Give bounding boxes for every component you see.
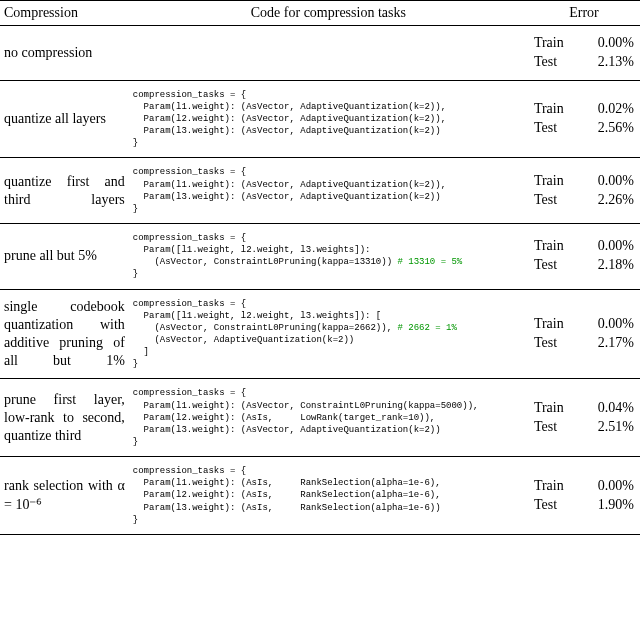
- error-cell: Train0.02%Test2.56%: [528, 80, 640, 158]
- compression-table: Compression Code for compression tasks E…: [0, 0, 640, 535]
- code-cell: compression_tasks = { Param([l1.weight, …: [129, 224, 528, 290]
- test-label: Test: [532, 496, 580, 515]
- code-line: compression_tasks = {: [133, 233, 246, 243]
- code-line: Param(l1.weight): (AsVector, ConstraintL…: [133, 401, 479, 411]
- test-value: 2.13%: [579, 53, 636, 72]
- code-cell: compression_tasks = { Param(l1.weight): …: [129, 158, 528, 224]
- compression-label: rank selection with α = 10⁻⁶: [0, 457, 129, 535]
- code-cell: compression_tasks = { Param(l1.weight): …: [129, 80, 528, 158]
- table-row: quantize first and third layerscompressi…: [0, 158, 640, 224]
- code-line: Param(l3.weight): (AsVector, AdaptiveQua…: [133, 425, 441, 435]
- train-label: Train: [532, 315, 580, 334]
- error-cell: Train0.00%Test2.13%: [528, 26, 640, 81]
- code-line: }: [133, 359, 138, 369]
- test-label: Test: [532, 119, 580, 138]
- train-value: 0.02%: [579, 100, 636, 119]
- train-value: 0.00%: [579, 172, 636, 191]
- code-block: compression_tasks = { Param(l1.weight): …: [133, 89, 524, 150]
- compression-label: quantize first and third layers: [0, 158, 129, 224]
- code-line: Param(l3.weight): (AsVector, AdaptiveQua…: [133, 192, 441, 202]
- train-value: 0.00%: [579, 315, 636, 334]
- code-cell: compression_tasks = { Param(l1.weight): …: [129, 457, 528, 535]
- code-line: Param(l1.weight): (AsVector, AdaptiveQua…: [133, 102, 446, 112]
- code-line: Param([l1.weight, l2.weight, l3.weights]…: [133, 245, 371, 255]
- code-block: compression_tasks = { Param([l1.weight, …: [133, 298, 524, 371]
- code-line: compression_tasks = {: [133, 167, 246, 177]
- train-value: 0.00%: [579, 477, 636, 496]
- train-value: 0.00%: [579, 34, 636, 53]
- test-label: Test: [532, 256, 580, 275]
- header-error: Error: [528, 1, 640, 26]
- code-line: (AsVector, ConstraintL0Pruning(kappa=266…: [133, 323, 392, 333]
- compression-label: quantize all layers: [0, 80, 129, 158]
- header-compression: Compression: [0, 1, 129, 26]
- test-value: 2.51%: [579, 418, 636, 437]
- code-line: }: [133, 269, 138, 279]
- train-label: Train: [532, 477, 580, 496]
- code-block: compression_tasks = { Param([l1.weight, …: [133, 232, 524, 281]
- code-line: }: [133, 437, 138, 447]
- table-row: quantize all layerscompression_tasks = {…: [0, 80, 640, 158]
- code-line: compression_tasks = {: [133, 299, 246, 309]
- test-value: 2.26%: [579, 191, 636, 210]
- code-line: Param(l2.weight): (AsIs, LowRank(target_…: [133, 413, 435, 423]
- test-label: Test: [532, 334, 580, 353]
- code-comment: # 13310 = 5%: [392, 257, 462, 267]
- compression-label: prune all but 5%: [0, 224, 129, 290]
- code-line: (AsVector, ConstraintL0Pruning(kappa=133…: [133, 257, 392, 267]
- code-cell: [129, 26, 528, 81]
- code-comment: # 2662 = 1%: [392, 323, 457, 333]
- table-row: prune first layer, low-rank to second, q…: [0, 379, 640, 457]
- train-label: Train: [532, 34, 580, 53]
- test-value: 2.17%: [579, 334, 636, 353]
- code-line: Param(l1.weight): (AsVector, AdaptiveQua…: [133, 180, 446, 190]
- train-value: 0.00%: [579, 237, 636, 256]
- error-cell: Train0.00%Test1.90%: [528, 457, 640, 535]
- compression-label: single codebook quantization with additi…: [0, 289, 129, 379]
- code-line: }: [133, 515, 138, 525]
- code-line: Param(l2.weight): (AsVector, AdaptiveQua…: [133, 114, 446, 124]
- test-value: 1.90%: [579, 496, 636, 515]
- code-line: compression_tasks = {: [133, 466, 246, 476]
- code-line: Param(l3.weight): (AsIs, RankSelection(a…: [133, 503, 441, 513]
- code-line: }: [133, 204, 138, 214]
- code-line: Param(l1.weight): (AsIs, RankSelection(a…: [133, 478, 441, 488]
- code-block: compression_tasks = { Param(l1.weight): …: [133, 166, 524, 215]
- code-line: Param([l1.weight, l2.weight, l3.weights]…: [133, 311, 381, 321]
- table-row: prune all but 5%compression_tasks = { Pa…: [0, 224, 640, 290]
- test-label: Test: [532, 53, 580, 72]
- code-line: ]: [133, 347, 149, 357]
- table-row: single codebook quantization with additi…: [0, 289, 640, 379]
- code-line: compression_tasks = {: [133, 388, 246, 398]
- train-label: Train: [532, 172, 580, 191]
- code-line: }: [133, 138, 138, 148]
- train-label: Train: [532, 100, 580, 119]
- train-label: Train: [532, 237, 580, 256]
- code-block: compression_tasks = { Param(l1.weight): …: [133, 387, 524, 448]
- train-value: 0.04%: [579, 399, 636, 418]
- test-label: Test: [532, 418, 580, 437]
- compression-label: no compression: [0, 26, 129, 81]
- header-code: Code for compression tasks: [129, 1, 528, 26]
- test-label: Test: [532, 191, 580, 210]
- code-cell: compression_tasks = { Param(l1.weight): …: [129, 379, 528, 457]
- code-line: Param(l3.weight): (AsVector, AdaptiveQua…: [133, 126, 441, 136]
- train-label: Train: [532, 399, 580, 418]
- test-value: 2.56%: [579, 119, 636, 138]
- error-cell: Train0.00%Test2.26%: [528, 158, 640, 224]
- error-cell: Train0.00%Test2.17%: [528, 289, 640, 379]
- code-line: compression_tasks = {: [133, 90, 246, 100]
- code-line: Param(l2.weight): (AsIs, RankSelection(a…: [133, 490, 441, 500]
- code-cell: compression_tasks = { Param([l1.weight, …: [129, 289, 528, 379]
- error-cell: Train0.04%Test2.51%: [528, 379, 640, 457]
- error-cell: Train0.00%Test2.18%: [528, 224, 640, 290]
- test-value: 2.18%: [579, 256, 636, 275]
- code-block: compression_tasks = { Param(l1.weight): …: [133, 465, 524, 526]
- code-line: (AsVector, AdaptiveQuantization(k=2)): [133, 335, 354, 345]
- header-row: Compression Code for compression tasks E…: [0, 1, 640, 26]
- table-row: no compressionTrain0.00%Test2.13%: [0, 26, 640, 81]
- compression-label: prune first layer, low-rank to second, q…: [0, 379, 129, 457]
- table-row: rank selection with α = 10⁻⁶compression_…: [0, 457, 640, 535]
